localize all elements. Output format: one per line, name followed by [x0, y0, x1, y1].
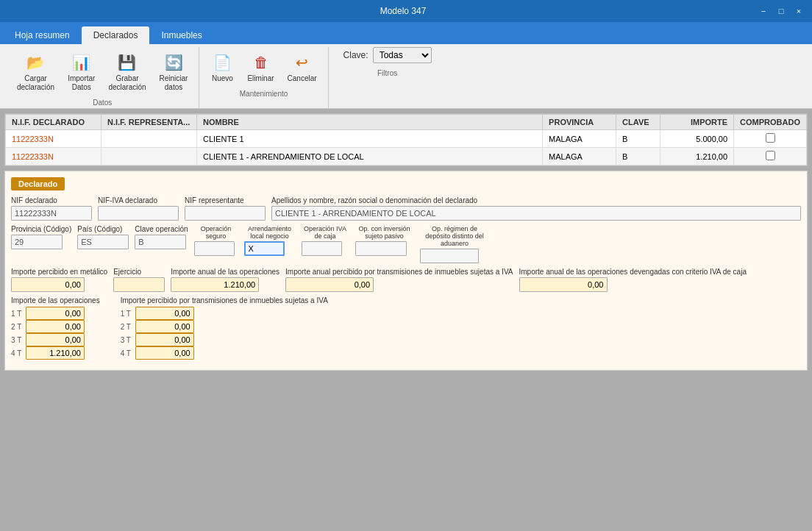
- comprobado-checkbox-2[interactable]: [766, 151, 775, 160]
- field-importe-transmisiones: Importe anual percibido por transmisione…: [285, 268, 513, 292]
- op-inversion-input[interactable]: [355, 241, 407, 256]
- trans-3t-input[interactable]: [135, 333, 194, 346]
- op-row-3t: 3 T: [11, 333, 100, 346]
- col-nombre: NOMBRE: [197, 115, 543, 130]
- nif-representante-input[interactable]: [185, 206, 266, 221]
- field-importe-metalico: Importe percibido en metálico: [11, 268, 107, 292]
- form-row-3: Importe percibido en metálico Ejercicio …: [11, 268, 801, 292]
- field-op-regimen: Op. régimen de depósito distinto del adu…: [420, 225, 490, 263]
- op-seguro-input[interactable]: [194, 241, 235, 256]
- trans-2t-input[interactable]: [135, 320, 194, 333]
- pais-input[interactable]: [77, 235, 129, 249]
- cell-provincia-2: MALAGA: [543, 148, 616, 165]
- clave-filter-label: Clave:: [343, 50, 368, 60]
- nuevo-button[interactable]: 📄 Nuevo: [205, 47, 239, 87]
- op-3t-input[interactable]: [26, 333, 85, 346]
- trans-4t-input[interactable]: [135, 346, 194, 360]
- grabar-label: Grabar declaración: [108, 74, 146, 92]
- cell-nif-representa-2: [102, 148, 197, 165]
- tab-hoja-resumen[interactable]: Hoja resumen: [3, 26, 82, 44]
- importar-datos-button[interactable]: 📊 Importar Datos: [63, 47, 100, 96]
- importe-devengadas-input[interactable]: [519, 277, 608, 292]
- close-button[interactable]: ×: [791, 4, 806, 18]
- importe-devengadas-label: Importe anual de las operaciones devenga…: [519, 268, 747, 276]
- col-nif-representa: N.I.F. REPRESENTA...: [102, 115, 197, 130]
- cell-nombre-1: CLIENTE 1: [197, 130, 543, 148]
- ejercicio-label: Ejercicio: [113, 268, 165, 276]
- declarado-panel: Declarado NIF declarado NIF-IVA declarad…: [4, 171, 808, 371]
- provincia-input[interactable]: [11, 235, 63, 249]
- grabar-declaracion-button[interactable]: 💾 Grabar declaración: [103, 47, 151, 96]
- field-op-inversion: Op. con inversión sujeto pasivo: [355, 225, 414, 256]
- cell-comprobado-1: [734, 130, 807, 148]
- trans-1t-input[interactable]: [135, 307, 194, 320]
- col-nif-declarado: N.I.F. DECLARADO: [6, 115, 102, 130]
- cell-nif-declarado-1: 11222333N: [6, 130, 102, 148]
- apellidos-input[interactable]: [271, 206, 801, 221]
- op-seguro-label: Operación seguro: [194, 225, 238, 240]
- trans-2t-prefix: 2 T: [121, 323, 132, 331]
- ribbon-filtros-label: Filtros: [335, 68, 441, 79]
- maximize-button[interactable]: □: [774, 4, 788, 18]
- cell-importe-2: 1.210,00: [660, 148, 734, 165]
- ribbon: 📂 Cargar declaración 📊 Importar Datos 💾 …: [0, 44, 812, 109]
- trans-row-4t: 4 T: [121, 346, 328, 360]
- op-1t-input[interactable]: [26, 307, 85, 320]
- cargar-declaracion-button[interactable]: 📂 Cargar declaración: [12, 47, 60, 96]
- tab-inmuebles[interactable]: Inmuebles: [149, 26, 213, 44]
- apellidos-label: Apellidos y nombre, razón social o denom…: [271, 196, 801, 204]
- tab-declarados[interactable]: Declarados: [82, 26, 150, 44]
- cancelar-label: Cancelar: [288, 74, 317, 83]
- importe-metalico-input[interactable]: [11, 277, 85, 292]
- ribbon-group-filtros: Clave: Todas A B C Filtros: [329, 47, 446, 108]
- importar-label: Importar Datos: [68, 74, 95, 92]
- clave-op-input[interactable]: [135, 235, 186, 249]
- op-4t-prefix: 4 T: [11, 349, 23, 357]
- cancelar-button[interactable]: ↩ Cancelar: [282, 47, 322, 87]
- trans-4t-prefix: 4 T: [121, 349, 132, 357]
- form-row-2: Provincia (Código) País (Código) Clave o…: [11, 225, 801, 263]
- arrendamiento-input[interactable]: [244, 241, 285, 256]
- comprobado-checkbox-1[interactable]: [766, 133, 775, 143]
- reiniciar-icon: 🔄: [162, 51, 185, 74]
- ejercicio-input[interactable]: [113, 277, 165, 292]
- nuevo-icon: 📄: [210, 51, 234, 74]
- op-row-4t: 4 T: [11, 346, 100, 360]
- op-regimen-input[interactable]: [420, 249, 479, 263]
- reiniciar-datos-button[interactable]: 🔄 Reiniciar datos: [154, 47, 193, 96]
- eliminar-button[interactable]: 🗑 Eliminar: [242, 47, 279, 87]
- field-clave-op: Clave operación: [135, 225, 188, 249]
- op-4t-input[interactable]: [26, 346, 85, 360]
- minimize-button[interactable]: −: [756, 4, 771, 18]
- col-clave: CLAVE: [616, 115, 660, 130]
- declarados-table: N.I.F. DECLARADO N.I.F. REPRESENTA... NO…: [5, 114, 807, 165]
- filter-clave-group: Clave: Todas A B C: [335, 47, 441, 66]
- nif-declarado-input[interactable]: [11, 206, 92, 221]
- ops-col-label: Importe de las operaciones: [11, 296, 100, 304]
- trans-row-1t: 1 T: [121, 307, 328, 320]
- importe-transmisiones-input[interactable]: [285, 277, 374, 292]
- op-2t-input[interactable]: [26, 320, 85, 333]
- ribbon-datos-label: Datos: [12, 97, 193, 108]
- ops-col: Importe de las operaciones 1 T 2 T 3 T 4…: [11, 296, 100, 360]
- op-iva-caja-input[interactable]: [302, 241, 342, 256]
- op-iva-caja-label: Operación IVA de caja: [302, 225, 349, 240]
- ribbon-filtros-items: Clave: Todas A B C: [335, 47, 441, 68]
- window-controls: − □ ×: [756, 4, 806, 18]
- cell-importe-1: 5.000,00: [660, 130, 734, 148]
- importe-anual-input[interactable]: [171, 277, 259, 292]
- ribbon-group-datos-items: 📂 Cargar declaración 📊 Importar Datos 💾 …: [12, 47, 193, 97]
- nif-iva-input[interactable]: [98, 206, 179, 221]
- table-row[interactable]: 11222333N CLIENTE 1 MALAGA B 5.000,00: [6, 130, 807, 148]
- declarado-header: Declarado: [11, 177, 65, 190]
- table-row[interactable]: 11222333N CLIENTE 1 - ARRENDAMIENTO DE L…: [6, 148, 807, 165]
- col-comprobado: COMPROBADO: [734, 115, 807, 130]
- field-nif-representante: NIF representante: [185, 196, 266, 221]
- title-bar: Modelo 347 − □ ×: [0, 0, 812, 22]
- trans-1t-prefix: 1 T: [121, 310, 132, 318]
- clave-filter-select[interactable]: Todas A B C: [373, 47, 432, 63]
- trans-row-2t: 2 T: [121, 320, 328, 333]
- col-importe: IMPORTE: [660, 115, 734, 130]
- cargar-icon: 📂: [24, 51, 48, 74]
- importe-metalico-label: Importe percibido en metálico: [11, 268, 107, 276]
